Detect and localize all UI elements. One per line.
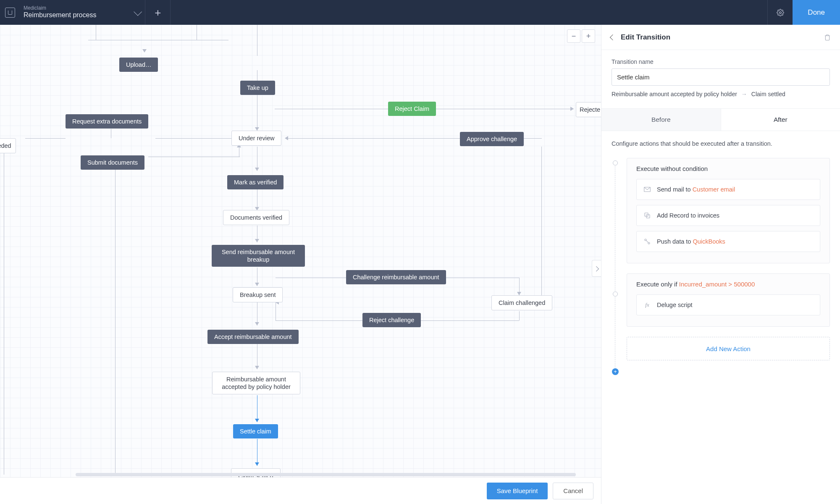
state-claim-challenged[interactable]: Claim challenged <box>491 295 552 310</box>
trans-submit-docs[interactable]: Submit documents <box>81 155 144 170</box>
state-docs-needed-partial[interactable]: s needed <box>0 138 16 153</box>
trans-request-docs[interactable]: Request extra documents <box>66 114 148 129</box>
add-record-icon <box>643 212 651 219</box>
panel-collapse-toggle[interactable] <box>592 260 601 277</box>
trans-send-breakup[interactable]: Send reimbursable amount breakup <box>212 245 305 267</box>
app-switcher[interactable]: Mediclaim Reimbursement process <box>0 0 145 25</box>
trans-challenge-amount[interactable]: Challenge reimbursable amount <box>346 270 446 284</box>
add-record-label: Add Record to invoices <box>657 212 719 219</box>
action-block-conditional: Execute only if Incurred_amount > 500000… <box>627 273 830 327</box>
state-amount-accepted[interactable]: Reimbursable amount accepted by policy h… <box>212 372 300 394</box>
svg-point-0 <box>780 11 782 13</box>
to-state: Claim settled <box>751 91 785 97</box>
push-data-label: Push data to QuickBooks <box>657 238 725 245</box>
trans-settle-claim[interactable]: Settle claim <box>233 424 278 438</box>
timeline-line-2 <box>615 297 615 369</box>
state-rejected-partial[interactable]: Rejecte <box>576 102 601 117</box>
action-add-record[interactable]: Add Record to invoices <box>636 205 820 226</box>
back-icon[interactable] <box>610 34 616 40</box>
state-under-review[interactable]: Under review <box>231 131 281 146</box>
panel-title: Edit Transition <box>621 33 824 42</box>
mail-icon <box>643 186 651 193</box>
add-condition-icon[interactable]: + <box>612 368 619 375</box>
topbar: Mediclaim Reimbursement process + Done <box>0 0 840 25</box>
trans-mark-verified[interactable]: Mark as verified <box>227 175 284 189</box>
transition-name-label: Transition name <box>612 58 830 65</box>
trans-reject-challenge[interactable]: Reject challenge <box>362 313 421 327</box>
tab-after[interactable]: After <box>721 109 840 131</box>
after-tab-description: Configure actions that should be execute… <box>612 140 830 147</box>
action-send-mail[interactable]: Send mail to Customer email <box>636 179 820 200</box>
timeline-dot-1 <box>613 160 618 165</box>
blueprint-canvas[interactable]: − + <box>0 25 601 504</box>
app-icon <box>5 8 15 18</box>
send-mail-label: Send mail to Customer email <box>657 186 735 193</box>
action-deluge-script[interactable]: fx Deluge script <box>636 294 820 315</box>
timeline-line-1 <box>615 166 615 291</box>
transition-path: Reimbursable amount accepted by policy h… <box>612 91 830 97</box>
trans-upload[interactable]: Upload… <box>119 58 158 72</box>
add-new-action-button[interactable]: Add New Action <box>627 337 830 360</box>
timeline-dot-2 <box>613 291 618 297</box>
canvas-horizontal-scrollbar[interactable] <box>76 472 576 477</box>
transition-name-input[interactable] <box>612 68 830 86</box>
trans-reject-claim[interactable]: Reject Claim <box>388 102 436 116</box>
workflow-name: Reimbursement process <box>24 11 96 19</box>
arrow-right-icon: → <box>741 91 747 97</box>
function-icon: fx <box>643 301 651 309</box>
block2-title: Execute only if Incurred_amount > 500000 <box>627 274 830 294</box>
action-block-unconditional: Execute without condition Send mail to C… <box>627 158 830 263</box>
chevron-down-icon[interactable] <box>134 7 142 16</box>
zoom-out-button[interactable]: − <box>567 29 580 43</box>
trans-accept-amount[interactable]: Accept reimbursable amount <box>207 330 299 344</box>
state-breakup-sent[interactable]: Breakup sent <box>233 287 283 302</box>
save-blueprint-button[interactable]: Save Blueprint <box>487 483 548 499</box>
state-docs-verified[interactable]: Documents verified <box>223 210 289 225</box>
new-tab-button[interactable]: + <box>145 0 171 25</box>
gear-icon <box>777 9 784 16</box>
action-push-data[interactable]: Push data to QuickBooks <box>636 231 820 252</box>
settings-button[interactable] <box>767 0 793 25</box>
delete-icon[interactable] <box>824 34 831 41</box>
push-data-icon <box>643 238 651 245</box>
canvas-footer: Save Blueprint Cancel <box>0 477 601 504</box>
zoom-in-button[interactable]: + <box>582 29 595 43</box>
edit-transition-panel: Edit Transition Transition name Reimburs… <box>601 25 840 504</box>
done-button[interactable]: Done <box>793 0 840 25</box>
tab-before[interactable]: Before <box>601 109 721 131</box>
deluge-label: Deluge script <box>657 302 693 308</box>
block1-title: Execute without condition <box>627 158 830 179</box>
from-state: Reimbursable amount accepted by policy h… <box>612 91 737 97</box>
cancel-button[interactable]: Cancel <box>553 483 593 499</box>
app-name: Mediclaim <box>24 5 96 11</box>
plus-icon: + <box>155 7 161 18</box>
trans-take-up[interactable]: Take up <box>240 81 275 95</box>
trans-approve-challenge[interactable]: Approve challenge <box>460 132 524 146</box>
